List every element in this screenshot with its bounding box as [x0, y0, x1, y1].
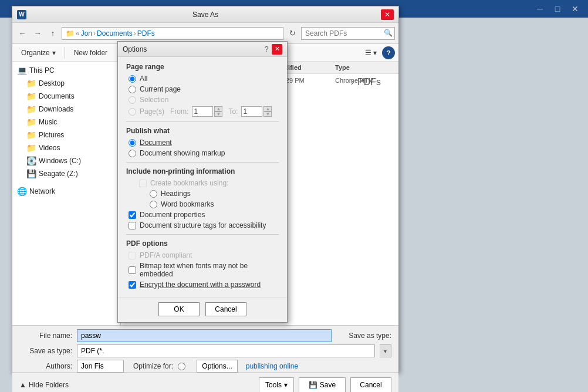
minimize-button[interactable]: ─ [532, 3, 548, 15]
current-radio[interactable] [129, 86, 136, 93]
path-pdfs[interactable]: PDFs [137, 29, 155, 38]
doc-properties-row: Document properties [126, 211, 279, 219]
path-jon[interactable]: Jon [81, 29, 92, 38]
tree-item-documents[interactable]: 📁 Documents [12, 90, 120, 103]
options-titlebar: Options ? ✕ [118, 42, 287, 57]
from-down-arrow[interactable]: ▼ [214, 111, 222, 117]
doc-properties-label: Document properties [140, 211, 205, 219]
save-icon: 💾 [309, 381, 317, 389]
all-radio[interactable] [129, 75, 136, 83]
from-input[interactable] [192, 106, 213, 117]
restore-button[interactable]: □ [549, 3, 566, 15]
pages-radio[interactable] [129, 108, 136, 116]
pdfa-label: PDF/A compliant [140, 251, 192, 259]
type-label: Save as type: [19, 347, 72, 355]
tree-item-thispc[interactable]: 💻 This PC [12, 64, 120, 77]
tree-item-videos[interactable]: 📁 Videos [12, 141, 120, 154]
organize-button[interactable]: Organize ▾ [16, 46, 61, 59]
options-button[interactable]: Options... [197, 360, 237, 373]
new-folder-button[interactable]: New folder [69, 46, 113, 59]
headings-radio[interactable] [150, 190, 157, 198]
search-input[interactable] [301, 27, 395, 40]
encrypt-checkbox[interactable] [129, 281, 136, 289]
tree-item-seagate[interactable]: 💾 Seagate (Z:) [12, 167, 120, 180]
options-help-button[interactable]: ? [261, 44, 272, 55]
options-dialog: Options ? ✕ Page range All Current page … [117, 41, 288, 323]
options-label: Options... [202, 362, 232, 370]
view-button[interactable]: ☰ ▾ [362, 46, 380, 59]
hide-folders-toggle[interactable]: ▲ Hide Folders [19, 381, 69, 389]
filetype-dropdown-arrow[interactable]: ▾ [380, 344, 391, 357]
app-controls: ─ □ ✕ [532, 3, 583, 15]
word-bookmarks-label: Word bookmarks [161, 200, 214, 208]
filename-input[interactable] [77, 329, 332, 342]
pages-radio-row: Page(s) From: ▲ ▼ To: ▲ ▼ [126, 106, 279, 117]
structure-tags-label: Document structure tags for accessibilit… [140, 221, 266, 229]
forward-button[interactable]: → [31, 27, 44, 40]
selection-radio-row: Selection [126, 96, 279, 104]
tools-button[interactable]: Tools ▾ [259, 377, 294, 393]
toolbar2-separator [65, 47, 65, 59]
from-spinner: ▲ ▼ [192, 106, 222, 117]
pc-icon: 💻 [17, 66, 27, 75]
markup-label: Document showing markup [140, 149, 225, 157]
tree-item-network[interactable]: 🌐 Network [12, 185, 120, 198]
downloads-icon: 📁 [26, 104, 36, 114]
from-up-arrow[interactable]: ▲ [214, 106, 222, 111]
filetype-input[interactable] [77, 344, 375, 357]
to-up-arrow[interactable]: ▲ [263, 106, 272, 111]
word-bookmarks-radio-row: Word bookmarks [126, 200, 279, 208]
music-icon: 📁 [26, 117, 36, 127]
saveas-close-button[interactable]: ✕ [381, 9, 394, 20]
authors-input[interactable] [77, 360, 124, 373]
up-button[interactable]: ↑ [46, 27, 59, 40]
selection-radio[interactable] [129, 96, 136, 104]
path-documents[interactable]: Documents [97, 29, 133, 38]
tree-item-desktop[interactable]: 📁 Desktop [12, 77, 120, 90]
footer-buttons: Tools ▾ 💾 Save Cancel [259, 377, 391, 393]
bookmarks-row: Create bookmarks using: [126, 179, 279, 187]
saveas-title: Save As [30, 11, 381, 19]
non-printing-label: Include non-printing information [126, 167, 279, 175]
help-button[interactable]: ? [382, 46, 395, 59]
current-radio-row: Current page [126, 85, 279, 93]
refresh-button[interactable]: ↻ [286, 27, 299, 40]
markup-radio[interactable] [129, 150, 136, 157]
tree-item-windows[interactable]: 💽 Windows (C:) [12, 154, 120, 167]
to-down-arrow[interactable]: ▼ [263, 111, 272, 117]
save-button[interactable]: 💾 Save [299, 377, 346, 393]
to-label: To: [228, 107, 238, 116]
document-radio-row: Document [126, 138, 279, 147]
word-bookmarks-radio[interactable] [150, 201, 157, 208]
structure-tags-checkbox[interactable] [129, 222, 136, 229]
options-cancel-button[interactable]: Cancel [205, 302, 246, 316]
tree-item-pictures[interactable]: 📁 Pictures [12, 129, 120, 141]
options-close-button[interactable]: ✕ [272, 44, 282, 55]
back-button[interactable]: ← [16, 27, 29, 40]
current-label: Current page [140, 85, 181, 93]
tools-chevron-icon: ▾ [284, 381, 288, 389]
saveas-footer: ▲ Hide Folders Tools ▾ 💾 Save Cancel [12, 372, 398, 392]
to-arrows: ▲ ▼ [263, 106, 272, 117]
document-radio[interactable] [129, 139, 136, 147]
bitmap-label: Bitmap text when fonts may not be embedd… [140, 262, 279, 278]
bookmarks-checkbox[interactable] [139, 180, 147, 187]
filename-row: File name: Save as type: [19, 329, 391, 342]
desktop-icon: 📁 [26, 79, 36, 88]
tree-item-downloads[interactable]: 📁 Downloads [12, 103, 120, 116]
ok-button[interactable]: OK [158, 302, 200, 316]
new-folder-label: New folder [74, 49, 107, 57]
path-bar[interactable]: 📁 « Jon › Documents › PDFs [62, 27, 283, 40]
options-footer: OK Cancel [118, 297, 287, 322]
close-button[interactable]: ✕ [567, 3, 583, 15]
doc-properties-checkbox[interactable] [129, 211, 136, 219]
optimize-online-radio[interactable] [178, 363, 185, 370]
publishing-link[interactable]: publishing online [246, 362, 298, 370]
tree-item-music[interactable]: 📁 Music [12, 116, 120, 129]
to-input[interactable] [241, 106, 262, 117]
authors-label: Authors: [19, 362, 72, 370]
bitmap-checkbox[interactable] [129, 266, 136, 274]
pdfa-checkbox[interactable] [129, 252, 136, 259]
cancel-button[interactable]: Cancel [350, 377, 391, 393]
word-icon: W [17, 10, 26, 19]
